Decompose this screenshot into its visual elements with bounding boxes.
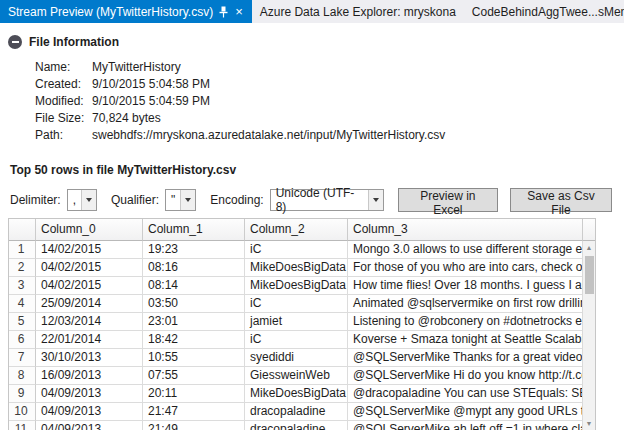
row-number[interactable]: 10 <box>9 403 36 421</box>
cell[interactable]: 03:50 <box>143 295 245 313</box>
cell[interactable]: 21:47 <box>143 403 245 421</box>
cell[interactable]: 04/02/2015 <box>36 277 143 295</box>
preview-in-excel-button[interactable]: Preview in Excel <box>398 188 498 212</box>
row-number[interactable]: 5 <box>9 313 36 331</box>
table-row[interactable]: 730/10/201310:55syediddi@SQLServerMike T… <box>9 349 582 367</box>
field-label: Modified: <box>35 93 92 110</box>
cell[interactable]: @dracopaladine You can use STEquals: SEL… <box>348 385 582 403</box>
chevron-down-icon[interactable] <box>180 190 195 210</box>
cell[interactable]: iC <box>245 241 348 259</box>
cell[interactable]: 08:14 <box>143 277 245 295</box>
cell[interactable]: 14/02/2015 <box>36 241 143 259</box>
table-row[interactable]: 425/09/201403:50iCAnimated @sqlservermik… <box>9 295 582 313</box>
cell[interactable]: syediddi <box>245 349 348 367</box>
field-label: Created: <box>35 76 92 93</box>
cell[interactable]: 22/01/2014 <box>36 331 143 349</box>
cell[interactable]: 19:23 <box>143 241 245 259</box>
cell[interactable]: How time flies! Over 18 months. I guess … <box>348 277 582 295</box>
field-label: Name: <box>35 59 92 76</box>
table-row[interactable]: 904/09/201320:11MikeDoesBigData@dracopal… <box>9 385 582 403</box>
cell[interactable]: MikeDoesBigData <box>245 277 348 295</box>
cell[interactable]: Listening to @robconery on #dotnetrocks … <box>348 313 582 331</box>
cell[interactable]: @SQLServerMike Thanks for a great video … <box>348 349 582 367</box>
row-number[interactable]: 1 <box>9 241 36 259</box>
table-row[interactable]: 622/01/201418:42iCKoverse + Smaza tonigh… <box>9 331 582 349</box>
cell[interactable]: MikeDoesBigData <box>245 385 348 403</box>
cell[interactable]: dracopaladine <box>245 403 348 421</box>
close-icon[interactable]: × <box>234 5 244 18</box>
table-row[interactable]: 1004/09/201321:47dracopaladine@SQLServer… <box>9 403 582 421</box>
scroll-down-icon[interactable]: ▼ <box>586 417 593 430</box>
cell[interactable]: dracopaladine <box>245 421 348 430</box>
cell[interactable]: 04/09/2013 <box>36 385 143 403</box>
cell[interactable]: @SQLServerMike Hi do you know http://t.c… <box>348 367 582 385</box>
cell[interactable]: 21:49 <box>143 421 245 430</box>
cell[interactable]: 10:55 <box>143 349 245 367</box>
cell[interactable]: GiessweinWeb <box>245 367 348 385</box>
qualifier-select[interactable]: " <box>165 189 196 211</box>
grid-body: 114/02/201519:23iCMongo 3.0 allows to us… <box>9 241 582 430</box>
field-value: 70,824 bytes <box>92 110 161 127</box>
cell[interactable]: iC <box>245 331 348 349</box>
cell[interactable]: 04/09/2013 <box>36 403 143 421</box>
row-number[interactable]: 11 <box>9 421 36 430</box>
column-header[interactable]: Column_0 <box>36 219 143 241</box>
row-number[interactable]: 9 <box>9 385 36 403</box>
table-row[interactable]: 304/02/201508:14MikeDoesBigDataHow time … <box>9 277 582 295</box>
row-number[interactable]: 4 <box>9 295 36 313</box>
column-header[interactable]: Column_2 <box>245 219 348 241</box>
tab-stream-preview[interactable]: Stream Preview (MyTwitterHistory.csv) × <box>0 0 252 23</box>
cell[interactable]: 18:42 <box>143 331 245 349</box>
chevron-down-icon[interactable] <box>81 190 96 210</box>
cell[interactable]: Animated @sqlservermike on first row dri… <box>348 295 582 313</box>
scrollbar-thumb[interactable] <box>585 256 594 294</box>
page-title: Top 50 rows in file MyTwitterHistory.csv <box>10 163 624 177</box>
app-window: Stream Preview (MyTwitterHistory.csv) × … <box>0 0 624 430</box>
cell[interactable]: @SQLServerMike @mypt any good URLs to re… <box>348 403 582 421</box>
cell[interactable]: @SQLServerMike ah left off =1 in where c… <box>348 421 582 430</box>
cell[interactable]: Mongo 3.0 allows to use different storag… <box>348 241 582 259</box>
cell[interactable]: 16/09/2013 <box>36 367 143 385</box>
delimiter-select[interactable]: , <box>67 189 97 211</box>
cell[interactable]: MikeDoesBigData <box>245 259 348 277</box>
save-as-csv-button[interactable]: Save as Csv File <box>510 188 612 212</box>
table-row[interactable]: 512/03/201423:01jamietListening to @robc… <box>9 313 582 331</box>
cell[interactable]: 23:01 <box>143 313 245 331</box>
table-row[interactable]: 1104/09/201321:49dracopaladine@SQLServer… <box>9 421 582 430</box>
row-number[interactable]: 2 <box>9 259 36 277</box>
field-path: Path: swebhdfs://mryskona.azuredatalake.… <box>35 127 624 144</box>
tab-azure-data-lake-explorer[interactable]: Azure Data Lake Explorer: mryskona <box>252 0 464 23</box>
cell[interactable]: 25/09/2014 <box>36 295 143 313</box>
cell[interactable]: 07:55 <box>143 367 245 385</box>
table-row[interactable]: 114/02/201519:23iCMongo 3.0 allows to us… <box>9 241 582 259</box>
row-number[interactable]: 3 <box>9 277 36 295</box>
cell[interactable]: 04/02/2015 <box>36 259 143 277</box>
grid-corner[interactable] <box>9 219 36 241</box>
tab-label: Azure Data Lake Explorer: mryskona <box>260 5 456 19</box>
cell[interactable]: 08:16 <box>143 259 245 277</box>
scroll-up-icon[interactable]: ▲ <box>586 241 593 254</box>
cell[interactable]: 04/09/2013 <box>36 421 143 430</box>
cell[interactable]: 20:11 <box>143 385 245 403</box>
cell[interactable]: 12/03/2014 <box>36 313 143 331</box>
chevron-down-icon[interactable] <box>368 190 383 210</box>
table-row[interactable]: 204/02/201508:16MikeDoesBigDataFor those… <box>9 259 582 277</box>
delimiter-label: Delimiter: <box>10 193 61 207</box>
row-number[interactable]: 7 <box>9 349 36 367</box>
column-header[interactable]: Column_1 <box>143 219 245 241</box>
pin-icon[interactable] <box>219 6 228 18</box>
table-row[interactable]: 816/09/201307:55GiessweinWeb@SQLServerMi… <box>9 367 582 385</box>
collapse-icon[interactable] <box>8 35 22 49</box>
cell[interactable]: jamiet <box>245 313 348 331</box>
cell[interactable]: For those of you who are into cars, chec… <box>348 259 582 277</box>
column-header[interactable]: Column_3 <box>348 219 583 241</box>
cell[interactable]: Koverse + Smaza tonight at Seattle Scala… <box>348 331 582 349</box>
cell[interactable]: 30/10/2013 <box>36 349 143 367</box>
field-label: File Size: <box>35 110 92 127</box>
row-number[interactable]: 8 <box>9 367 36 385</box>
vertical-scrollbar[interactable]: ▲ ▼ <box>582 241 595 430</box>
encoding-select[interactable]: Unicode (UTF-8) <box>270 189 384 211</box>
tab-codebehind[interactable]: CodeBehindAggTwee...sMentions <box>464 0 624 23</box>
cell[interactable]: iC <box>245 295 348 313</box>
row-number[interactable]: 6 <box>9 331 36 349</box>
